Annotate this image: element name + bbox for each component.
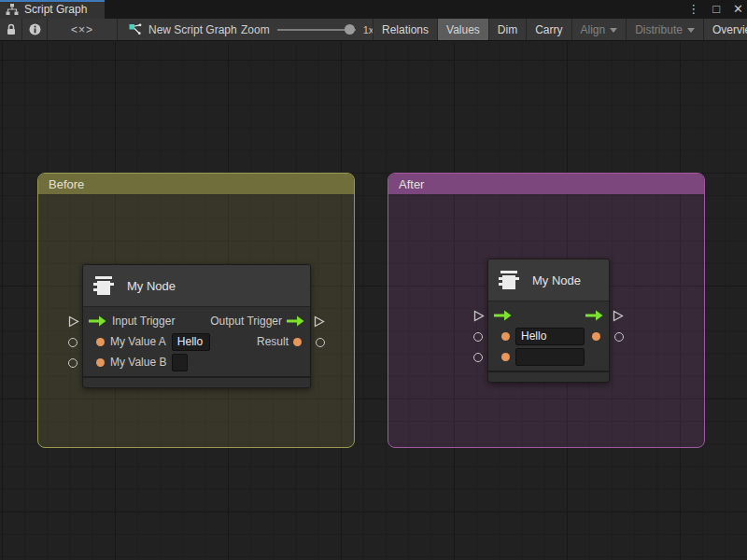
- relations-button[interactable]: Relations: [373, 19, 437, 40]
- flow-output-connector[interactable]: [613, 310, 624, 322]
- carry-button[interactable]: Carry: [526, 19, 571, 40]
- node-body: [488, 301, 609, 371]
- value-output-port[interactable]: [293, 338, 302, 346]
- unit-node-icon: [92, 274, 116, 297]
- value-output-connector[interactable]: [614, 332, 624, 342]
- node-footer: [83, 376, 310, 387]
- overview-label: Overview: [712, 23, 747, 36]
- value-input-connector[interactable]: [68, 358, 78, 368]
- node-title: My Node: [127, 279, 176, 293]
- value-b-field[interactable]: [172, 354, 188, 371]
- dim-label: Dim: [498, 23, 517, 36]
- dim-button[interactable]: Dim: [488, 19, 526, 40]
- graph-breadcrumb[interactable]: New Script Graph: [129, 19, 237, 40]
- node-body: Input Trigger Output Trigger My Value A: [83, 307, 310, 376]
- flow-input-port[interactable]: [494, 310, 512, 321]
- value-input-connector[interactable]: [473, 353, 483, 362]
- zoom-slider-handle[interactable]: [345, 24, 355, 35]
- graph-name-label: New Script Graph: [148, 23, 237, 36]
- tab-script-graph[interactable]: Script Graph: [0, 0, 105, 19]
- node-row: My Value A Result: [83, 331, 310, 352]
- node-footer: [488, 371, 609, 382]
- unit-node-icon: [497, 269, 521, 291]
- port-label: My Value A: [110, 335, 166, 348]
- align-button[interactable]: Align: [571, 19, 627, 40]
- group-after-header[interactable]: After: [388, 174, 704, 194]
- node-my-node-before[interactable]: My Node Input Trigger Output Trigger: [82, 264, 311, 388]
- value-input-port[interactable]: [501, 353, 510, 361]
- zoom-control: Zoom 1x: [241, 19, 374, 40]
- graph-icon: [6, 4, 19, 16]
- value-input-port[interactable]: [96, 338, 105, 346]
- value-input-connector[interactable]: [473, 332, 483, 342]
- port-label: Result: [257, 335, 289, 348]
- values-button[interactable]: Values: [437, 19, 488, 40]
- zoom-label: Zoom: [241, 23, 270, 36]
- graph-canvas[interactable]: Before After My Node: [0, 42, 747, 560]
- tab-active-indicator: [0, 0, 105, 2]
- relations-label: Relations: [382, 23, 429, 36]
- toolbar-left-group: <×>: [0, 19, 118, 40]
- tab-label: Script Graph: [24, 3, 87, 16]
- flow-input-connector[interactable]: [68, 315, 79, 328]
- value-a-field[interactable]: [172, 333, 210, 351]
- node-row: My Value B: [83, 352, 310, 372]
- align-label: Align: [581, 23, 606, 36]
- chevron-down-icon: [610, 28, 617, 33]
- flow-output-port[interactable]: [585, 310, 603, 321]
- group-title: After: [399, 177, 424, 191]
- tab-bar: Script Graph ⋮ □ ✕: [0, 0, 747, 19]
- graph-toolbar: <×> New Script Graph Zoom 1x Relations: [0, 19, 747, 41]
- zoom-slider[interactable]: [277, 24, 356, 35]
- value-input-port[interactable]: [501, 332, 510, 341]
- values-label: Values: [446, 23, 480, 36]
- distribute-button[interactable]: Distribute: [626, 19, 703, 40]
- node-row: [488, 326, 609, 346]
- code-icon: <×>: [71, 23, 93, 36]
- window-menu-button[interactable]: ⋮: [687, 0, 699, 19]
- maximize-button[interactable]: □: [712, 0, 720, 19]
- port-label: Input Trigger: [112, 315, 175, 328]
- flow-output-connector[interactable]: [314, 315, 325, 328]
- script-graph-window: Script Graph ⋮ □ ✕: [0, 0, 747, 560]
- flow-output-port[interactable]: [287, 315, 304, 327]
- chevron-down-icon: [687, 28, 695, 33]
- node-my-node-after[interactable]: My Node: [487, 259, 610, 383]
- window-controls: ⋮ □ ✕: [687, 0, 743, 19]
- node-header[interactable]: My Node: [488, 259, 609, 301]
- port-label: My Value B: [110, 356, 166, 369]
- overview-button[interactable]: Overview: [703, 19, 747, 40]
- toolbar-right-group: Relations Values Dim Carry Align Distrib…: [373, 19, 747, 40]
- value-b-field[interactable]: [515, 348, 585, 366]
- value-a-field[interactable]: [515, 328, 585, 345]
- group-before-header[interactable]: Before: [38, 174, 354, 194]
- node-title: My Node: [532, 273, 581, 287]
- value-output-port[interactable]: [592, 332, 600, 341]
- close-button[interactable]: ✕: [733, 0, 743, 19]
- value-input-port[interactable]: [96, 358, 105, 367]
- flow-input-connector[interactable]: [473, 310, 485, 322]
- info-button[interactable]: [22, 19, 47, 40]
- node-row: Input Trigger Output Trigger: [83, 311, 310, 331]
- info-icon: [29, 23, 41, 35]
- toolbar-divider: [117, 19, 118, 40]
- port-label: Output Trigger: [210, 315, 282, 328]
- value-output-connector[interactable]: [316, 338, 325, 347]
- script-graph-icon: [129, 23, 142, 35]
- node-row: [488, 346, 609, 367]
- flow-input-port[interactable]: [89, 315, 106, 327]
- code-view-button[interactable]: <×>: [48, 19, 117, 40]
- node-header[interactable]: My Node: [83, 265, 310, 307]
- lock-button[interactable]: [0, 19, 21, 40]
- lock-icon: [6, 23, 17, 35]
- value-input-connector[interactable]: [68, 338, 78, 347]
- node-row: [488, 305, 609, 326]
- group-title: Before: [49, 177, 84, 191]
- carry-label: Carry: [535, 23, 562, 36]
- distribute-label: Distribute: [635, 23, 683, 36]
